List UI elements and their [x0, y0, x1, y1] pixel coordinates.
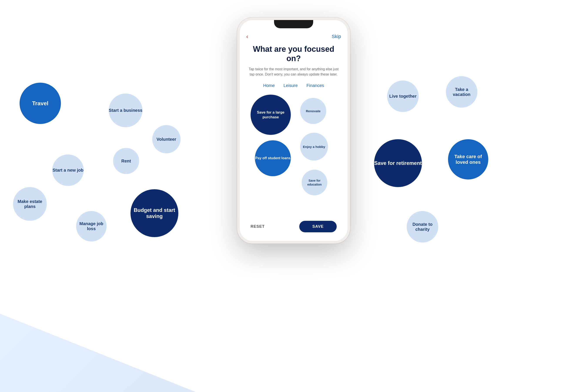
- save-button[interactable]: SAVE: [299, 221, 337, 232]
- phone-subtitle: Tap twice for the most important, and fo…: [246, 66, 341, 77]
- phone-circle-pay-loans[interactable]: Pay off student loans: [255, 140, 291, 176]
- skip-button[interactable]: Skip: [332, 34, 341, 39]
- background-shape: [0, 261, 196, 392]
- circle-volunteer[interactable]: Volunteer: [152, 125, 180, 153]
- circle-save-retirement[interactable]: Save for retirement: [374, 139, 422, 187]
- circle-travel[interactable]: Travel: [20, 83, 61, 124]
- circle-donate-charity[interactable]: Donate to charity: [407, 211, 438, 243]
- phone-circle-save-education[interactable]: Save for education: [302, 170, 327, 195]
- tab-finances[interactable]: Finances: [306, 83, 324, 88]
- phone-header: ‹ Skip: [246, 31, 341, 44]
- phone-notch: [274, 20, 313, 28]
- phone-circle-enjoy-hobby[interactable]: Enjoy a hobby: [300, 133, 328, 161]
- phone-circle-renovate[interactable]: Renovate: [300, 98, 326, 124]
- circle-budget-saving[interactable]: Budget and start saving: [130, 189, 178, 237]
- circle-manage-job-loss[interactable]: Manage job loss: [76, 211, 107, 242]
- circle-start-business[interactable]: Start a business: [109, 94, 143, 127]
- tab-leisure[interactable]: Leisure: [283, 83, 298, 88]
- phone-circle-save-large[interactable]: Save for a large purchase: [251, 95, 291, 135]
- circle-take-vacation[interactable]: Take a vacation: [446, 76, 477, 108]
- circle-start-new-job[interactable]: Start a new job: [52, 154, 84, 186]
- reset-button[interactable]: RESET: [251, 224, 265, 229]
- phone-outer: ‹ Skip What are you focused on? Tap twic…: [237, 17, 350, 244]
- tab-home[interactable]: Home: [263, 83, 275, 88]
- circle-live-together[interactable]: Live together: [387, 81, 419, 112]
- circle-make-estate-plans[interactable]: Make estate plans: [13, 187, 47, 221]
- back-button[interactable]: ‹: [246, 33, 248, 40]
- phone-title: What are you focused on?: [246, 44, 341, 63]
- phone-content: ‹ Skip What are you focused on? Tap twic…: [240, 31, 348, 241]
- phone-circles-area: Save for a large purchase Renovate Pay o…: [246, 95, 341, 216]
- phone-inner: ‹ Skip What are you focused on? Tap twic…: [240, 20, 348, 241]
- phone-bottom-actions: RESET SAVE: [246, 216, 341, 234]
- phone-mockup: ‹ Skip What are you focused on? Tap twic…: [237, 17, 350, 244]
- circle-take-care-loved-ones[interactable]: Take care of loved ones: [448, 139, 488, 180]
- phone-tabs: Home Leisure Finances: [246, 83, 341, 88]
- circle-rent[interactable]: Rent: [113, 148, 139, 174]
